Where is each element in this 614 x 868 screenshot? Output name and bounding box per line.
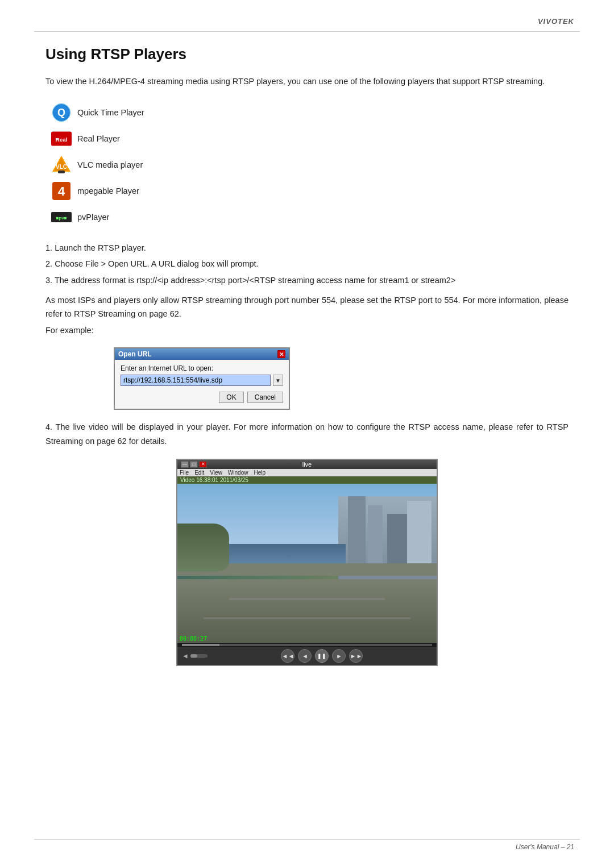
video-player-screenshot: — □ ✕ live File Edit View Window Help Vi…: [45, 459, 569, 666]
vp-volume-control: ◄: [182, 652, 208, 660]
step-2: 2. Choose File > Open URL. A URL dialog …: [45, 257, 569, 271]
vp-controls-bar: ◄ ◄◄ ◄ ❚❚ ► ►►: [177, 647, 437, 665]
vp-info-bar: Video 16:38:01 2011/03/25: [177, 476, 437, 484]
players-list: Q Quick Time Player Real Real Player V: [51, 102, 569, 227]
vp-menu-help[interactable]: Help: [254, 470, 265, 476]
vp-volume-fill: [190, 654, 197, 658]
step-3-text: The address format is rtsp://<ip address…: [55, 276, 455, 285]
svg-rect-7: [58, 171, 65, 173]
brand-label: VIVOTEK: [538, 17, 574, 26]
vp-volume-bar[interactable]: [190, 654, 208, 658]
svg-text:4: 4: [58, 184, 65, 198]
intro-paragraph: To view the H.264/MPEG-4 streaming media…: [45, 74, 569, 89]
vp-maximize-button[interactable]: □: [190, 461, 198, 468]
for-example-text: For example:: [45, 323, 569, 338]
vp-pause-button[interactable]: ❚❚: [315, 649, 329, 663]
footer-line: [34, 839, 580, 840]
vp-volume-icon: ◄: [182, 652, 189, 660]
quicktime-icon: Q: [51, 102, 72, 123]
step-4-text: The live video will be displayed in your…: [45, 422, 569, 446]
vp-title: live: [208, 461, 406, 468]
step-3: 3. The address format is rtsp://<ip addr…: [45, 273, 569, 288]
dialog-close-button[interactable]: ✕: [277, 350, 285, 358]
vp-menu-view[interactable]: View: [210, 470, 222, 476]
quicktime-label: Quick Time Player: [77, 108, 144, 117]
vlc-label: VLC media player: [77, 160, 143, 169]
dialog-body: Enter an Internet URL to open: ▼ OK Canc…: [115, 360, 289, 409]
step-2-num: 2.: [45, 259, 52, 268]
svg-text:■pv■: ■pv■: [56, 215, 67, 220]
video-player-window: — □ ✕ live File Edit View Window Help Vi…: [176, 459, 438, 666]
list-item: Q Quick Time Player: [51, 102, 569, 123]
vp-rewind-button[interactable]: ◄◄: [281, 649, 294, 663]
vp-road: [177, 579, 437, 643]
list-item: Real Real Player: [51, 128, 569, 149]
svg-text:Q: Q: [57, 107, 65, 118]
list-item: 4 mpegable Player: [51, 181, 569, 201]
step-4: 4. The live video will be displayed in y…: [45, 420, 569, 448]
realplayer-label: Real Player: [77, 134, 120, 143]
dropdown-button[interactable]: ▼: [273, 375, 283, 386]
pvplayer-label: pvPlayer: [77, 213, 109, 222]
list-item: VLC VLC media player: [51, 155, 569, 175]
vlc-icon: VLC: [51, 155, 72, 175]
cancel-button[interactable]: Cancel: [247, 392, 283, 403]
mpegable-label: mpegable Player: [77, 186, 139, 196]
vp-forward-button[interactable]: ►: [332, 649, 346, 663]
svg-text:VLC: VLC: [56, 164, 67, 170]
svg-text:Real: Real: [56, 136, 68, 143]
dialog-label: Enter an Internet URL to open:: [121, 364, 283, 372]
ok-button[interactable]: OK: [219, 392, 243, 403]
dialog-buttons: OK Cancel: [121, 392, 283, 403]
vp-progress-fill: [182, 644, 219, 646]
mpegable-icon: 4: [51, 181, 72, 201]
step-1: 1. Launch the RTSP player.: [45, 241, 569, 255]
vp-menubar: File Edit View Window Help: [177, 469, 437, 476]
pvplayer-icon: ■pv■: [51, 207, 72, 227]
vp-progress-bar[interactable]: [182, 644, 432, 646]
vp-trees: [177, 524, 229, 571]
dialog-titlebar: Open URL ✕: [115, 348, 289, 360]
step-1-text: Launch the RTSP player.: [55, 243, 146, 252]
dialog-window: Open URL ✕ Enter an Internet URL to open…: [114, 347, 290, 410]
vp-fast-forward-button[interactable]: ►►: [349, 649, 363, 663]
vp-menu-edit[interactable]: Edit: [194, 470, 204, 476]
vp-video-area: 00:00:27: [177, 484, 437, 643]
vp-menu-file[interactable]: File: [180, 470, 189, 476]
page: VIVOTEK Using RTSP Players To view the H…: [0, 0, 614, 868]
step-4-num: 4.: [45, 422, 52, 431]
vp-timecode: 00:00:27: [180, 636, 207, 642]
vp-menu-window[interactable]: Window: [228, 470, 248, 476]
vp-close-button[interactable]: ✕: [199, 461, 207, 468]
open-url-dialog: Open URL ✕ Enter an Internet URL to open…: [114, 347, 569, 410]
steps-section: 1. Launch the RTSP player. 2. Choose Fil…: [45, 241, 569, 338]
url-input[interactable]: [121, 375, 271, 386]
list-item: ■pv■ pvPlayer: [51, 207, 569, 227]
step-3-num: 3.: [45, 276, 52, 285]
dialog-input-row: ▼: [121, 375, 283, 386]
vp-titlebar: — □ ✕ live: [177, 460, 437, 469]
vp-minimize-button[interactable]: —: [181, 461, 189, 468]
step-1-num: 1.: [45, 243, 52, 252]
dialog-title: Open URL: [118, 350, 152, 358]
vp-transport-controls: ◄◄ ◄ ❚❚ ► ►►: [212, 649, 432, 663]
page-title: Using RTSP Players: [45, 45, 569, 63]
vp-scene: [177, 484, 437, 643]
step-2-text: Choose File > Open URL. A URL dialog box…: [55, 259, 259, 268]
vp-back-button[interactable]: ◄: [298, 649, 312, 663]
realplayer-icon: Real: [51, 128, 72, 149]
page-number: User's Manual – 21: [516, 843, 574, 851]
note-text: As most ISPs and players only allow RTSP…: [45, 293, 569, 321]
